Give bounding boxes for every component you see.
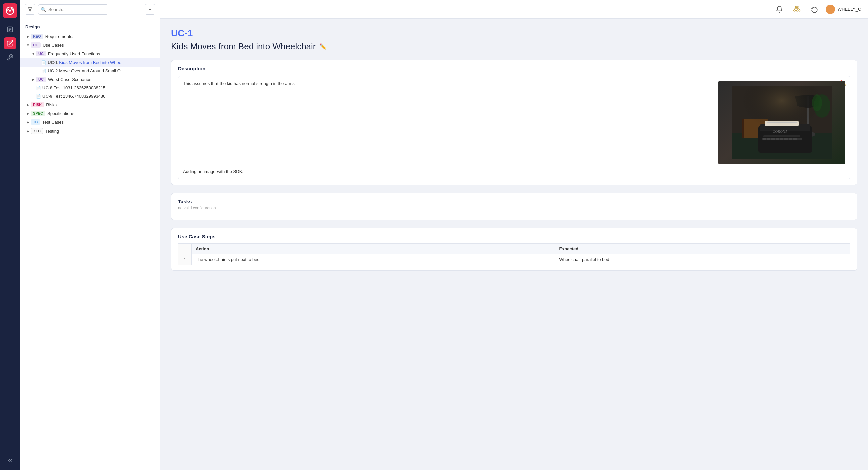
toggle-uc: ▼ xyxy=(25,42,31,48)
row-expected-1: Wheelchair parallel to bed xyxy=(555,255,850,265)
sidebar-item-xtc[interactable]: ▶ XTC Testing xyxy=(20,126,160,136)
svg-rect-6 xyxy=(796,6,798,7)
row-action-1: The wheelchair is put next to bed xyxy=(192,255,555,265)
icon-rail xyxy=(0,0,20,470)
badge-req: REQ xyxy=(31,34,43,39)
toggle-tc: ▶ xyxy=(25,119,31,125)
file-icon-uc2: 📄 xyxy=(41,68,46,73)
sidebar-item-tc[interactable]: ▶ TC Test Cases xyxy=(20,118,160,126)
toggle-uc-worst: ▶ xyxy=(31,77,36,82)
rail-icon-collapse[interactable] xyxy=(4,454,16,467)
svg-rect-7 xyxy=(794,10,796,11)
svg-rect-9 xyxy=(799,10,800,11)
sidebar-item-req[interactable]: ▶ REQ Requirements xyxy=(20,32,160,41)
sidebar-item-uc-2[interactable]: 📄 UC-2 Move Over and Around Small O xyxy=(20,66,160,75)
label-uc8: Test 1031.2626250088215 xyxy=(54,85,105,90)
tasks-sub: no valid configuration xyxy=(178,206,850,210)
logo-button[interactable] xyxy=(3,3,18,18)
code-uc2: UC-2 xyxy=(48,68,58,73)
row-num-1: 1 xyxy=(178,255,192,265)
label-uc1: Kids Moves from Bed into Whee xyxy=(59,60,121,65)
toggle-uc-freq: ▼ xyxy=(31,51,36,57)
label-spec: Specifications xyxy=(48,111,74,116)
toggle-req: ▶ xyxy=(25,34,31,39)
label-xtc: Testing xyxy=(45,129,59,134)
file-icon-uc9: 📄 xyxy=(36,94,41,98)
description-image-inner: CORONA xyxy=(718,81,845,165)
description-caption-wrap: Adding an image with the SDK: xyxy=(183,165,845,174)
badge-risk: RISK xyxy=(31,102,44,107)
badge-uc-freq: UC xyxy=(36,51,46,57)
avatar xyxy=(826,5,835,14)
rail-icon-tools[interactable] xyxy=(4,52,16,63)
history-icon[interactable] xyxy=(808,3,820,16)
label-uc-worst: Worst Case Scenarios xyxy=(48,77,91,82)
description-image: CORONA xyxy=(718,81,845,165)
file-icon-uc8: 📄 xyxy=(36,86,41,90)
sidebar: 🔍 Design ▶ REQ Requirements ▼ UC Use Cas… xyxy=(20,0,160,470)
title-edit-icon[interactable]: ✏️ xyxy=(319,43,327,51)
description-caption: Adding an image with the SDK: xyxy=(183,169,845,174)
sidebar-item-uc-freq[interactable]: ▼ UC Frequently Used Functions xyxy=(20,50,160,58)
topbar: WHEELY_O xyxy=(160,0,868,19)
content-area: UC-1 Kids Moves from Bed into Wheelchair… xyxy=(160,19,868,470)
badge-spec: SPEC xyxy=(31,111,45,116)
badge-tc: TC xyxy=(31,119,40,125)
use-case-steps-title: Use Case Steps xyxy=(178,234,850,239)
search-icon: 🔍 xyxy=(41,7,46,12)
design-section-label: Design xyxy=(20,23,160,32)
sidebar-item-uc-worst[interactable]: ▶ UC Worst Case Scenarios xyxy=(20,75,160,84)
svg-rect-38 xyxy=(732,86,832,159)
label-uc: Use Cases xyxy=(43,43,64,48)
toggle-spec: ▶ xyxy=(25,111,31,116)
svg-rect-8 xyxy=(796,10,798,11)
code-uc9: UC-9 xyxy=(42,94,53,98)
rail-icon-edit[interactable] xyxy=(4,37,16,50)
item-id: UC-1 xyxy=(171,28,857,39)
sidebar-item-uc-9[interactable]: 📄 UC-9 Test 1346.7408329993486 xyxy=(20,92,160,100)
sidebar-item-uc-1[interactable]: 📄 UC-1 Kids Moves from Bed into Whee xyxy=(20,58,160,66)
user-name: WHEELY_O xyxy=(838,7,861,12)
sidebar-item-uc-8[interactable]: 📄 UC-8 Test 1031.2626250088215 xyxy=(20,84,160,92)
description-section-header: Description xyxy=(172,60,857,72)
use-case-table: Action Expected 1 The wheelchair is put … xyxy=(178,243,850,265)
label-uc-freq: Frequently Used Functions xyxy=(48,52,100,57)
sidebar-item-risk[interactable]: ▶ RISK Risks xyxy=(20,100,160,109)
tasks-section: Tasks no valid configuration xyxy=(171,193,857,220)
main-area: WHEELY_O UC-1 Kids Moves from Bed into W… xyxy=(160,0,868,470)
description-box: ✏️ xyxy=(178,76,850,179)
col-header-num xyxy=(178,244,192,255)
item-title: Kids Moves from Bed into Wheelchair ✏️ xyxy=(171,41,857,52)
svg-marker-5 xyxy=(28,8,32,11)
search-wrap: 🔍 xyxy=(38,4,142,15)
hierarchy-icon[interactable] xyxy=(791,3,803,16)
rail-icon-document[interactable] xyxy=(4,23,16,35)
description-section: Description ✏️ xyxy=(171,60,857,185)
toggle-xtc: ▶ xyxy=(25,128,31,134)
label-uc2: Move Over and Around Small O xyxy=(59,68,121,73)
badge-uc: UC xyxy=(31,42,41,48)
toggle-risk: ▶ xyxy=(25,102,31,107)
badge-uc-worst: UC xyxy=(36,77,46,82)
filter-button[interactable] xyxy=(25,4,35,15)
file-icon-uc1: 📄 xyxy=(41,60,46,65)
col-header-action: Action xyxy=(192,244,555,255)
chevron-down-button[interactable] xyxy=(145,4,155,15)
label-tc: Test Cases xyxy=(42,120,64,125)
user-menu[interactable]: WHEELY_O xyxy=(826,5,861,14)
sidebar-header: 🔍 xyxy=(20,0,160,19)
sidebar-content: Design ▶ REQ Requirements ▼ UC Use Cases… xyxy=(20,19,160,470)
search-input[interactable] xyxy=(38,4,108,15)
sidebar-item-uc[interactable]: ▼ UC Use Cases xyxy=(20,41,160,50)
table-header-row: Action Expected xyxy=(178,244,850,255)
code-uc1: UC-1 xyxy=(48,60,58,65)
badge-xtc: XTC xyxy=(31,128,43,134)
label-uc9: Test 1346.7408329993486 xyxy=(54,94,105,98)
col-header-expected: Expected xyxy=(555,244,850,255)
code-uc8: UC-8 xyxy=(42,85,53,90)
table-row: 1 The wheelchair is put next to bed Whee… xyxy=(178,255,850,265)
sidebar-item-spec[interactable]: ▶ SPEC Specifications xyxy=(20,109,160,118)
tasks-title: Tasks xyxy=(178,199,850,204)
notification-bell-icon[interactable] xyxy=(773,3,785,16)
label-risk: Risks xyxy=(46,102,57,107)
